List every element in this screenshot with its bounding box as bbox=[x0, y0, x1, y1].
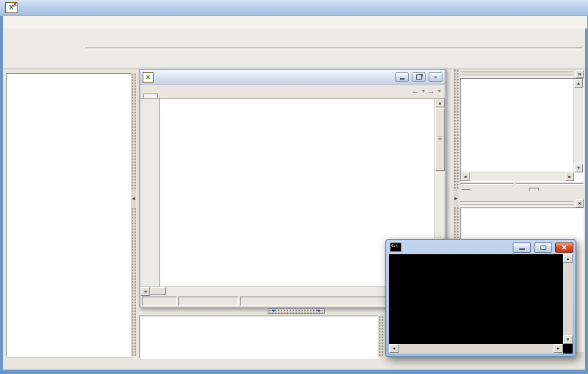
console-scroll-down-icon[interactable]: ▼ bbox=[563, 335, 573, 344]
toolbar-separator bbox=[85, 47, 582, 50]
console-minimize-button[interactable] bbox=[513, 243, 531, 253]
editor-minimize-button[interactable] bbox=[395, 72, 409, 82]
editor-tab-bar: ←▼ →▼ bbox=[140, 85, 445, 99]
toolbar-row-3 bbox=[3, 55, 585, 68]
messages-right-splitter[interactable] bbox=[378, 316, 383, 357]
console-window: ✕ ▲ ▼ ◄ ► bbox=[385, 239, 576, 357]
editor-file-tab[interactable] bbox=[143, 94, 158, 98]
editor-nav-arrows: ←▼ →▼ bbox=[411, 86, 442, 95]
toolbar-row-2 bbox=[3, 42, 585, 55]
editor-vscroll-thumb[interactable] bbox=[435, 108, 445, 171]
data-view-panel[interactable]: ▲ ▼ ◄ ► bbox=[460, 78, 584, 182]
line-number-gutter bbox=[140, 99, 160, 286]
console-maximize-button[interactable] bbox=[534, 243, 552, 253]
status-spacer-cell bbox=[178, 297, 238, 306]
nav-back-dropdown-icon[interactable]: ▼ bbox=[421, 88, 426, 94]
command-output-grab-bar[interactable]: × bbox=[460, 200, 584, 206]
menu-bar bbox=[3, 16, 587, 28]
console-close-button[interactable]: ✕ bbox=[555, 243, 573, 253]
data-view-vscrollbar[interactable]: ▲ ▼ bbox=[573, 79, 583, 172]
scroll-left-icon[interactable]: ◄ bbox=[140, 287, 150, 296]
console-horizontal-scrollbar[interactable]: ◄ ► bbox=[389, 344, 563, 354]
console-output bbox=[391, 262, 562, 343]
data-view-scroll-down-icon[interactable]: ▼ bbox=[574, 164, 583, 172]
messages-panel bbox=[139, 316, 379, 359]
app-icon: X bbox=[5, 2, 18, 13]
splitter-expand-right-icon[interactable]: ► bbox=[453, 190, 459, 207]
tab-object-inspector[interactable] bbox=[461, 187, 470, 190]
console-title-bar[interactable]: ✕ bbox=[386, 240, 576, 254]
data-view-hscrollbar[interactable]: ◄ ► bbox=[461, 172, 574, 181]
splitter-collapse-left-icon[interactable]: ◄ bbox=[131, 190, 136, 207]
data-view-scroll-left-icon[interactable]: ◄ bbox=[461, 172, 470, 181]
time-cell bbox=[460, 183, 514, 185]
project-manager-tree bbox=[6, 73, 132, 357]
editor-hscroll-thumb[interactable] bbox=[150, 287, 166, 295]
data-view-scroll-up-icon[interactable]: ▲ bbox=[574, 79, 583, 88]
caret-position bbox=[142, 297, 177, 306]
editor-title-bar[interactable]: X × bbox=[140, 70, 445, 85]
editor-restore-button[interactable] bbox=[412, 72, 426, 82]
right-dock-tabs bbox=[460, 186, 584, 199]
console-scroll-up-icon[interactable]: ▲ bbox=[563, 254, 573, 263]
data-view-scroll-right-icon[interactable]: ► bbox=[565, 172, 574, 181]
record-cell bbox=[516, 183, 584, 185]
editor-close-button[interactable]: × bbox=[429, 72, 442, 82]
record-status-row bbox=[460, 183, 584, 185]
console-scroll-left-icon[interactable]: ◄ bbox=[389, 344, 399, 353]
console-scroll-right-icon[interactable]: ► bbox=[554, 344, 563, 353]
console-screen[interactable]: ▲ ▼ ◄ ► bbox=[389, 254, 573, 354]
nav-back-icon[interactable]: ← bbox=[411, 86, 419, 95]
console-icon bbox=[390, 243, 402, 252]
nav-forward-icon[interactable]: → bbox=[427, 86, 435, 95]
data-view-grab-bar[interactable]: × bbox=[460, 71, 584, 77]
console-vertical-scrollbar[interactable]: ▲ ▼ bbox=[563, 254, 573, 344]
command-output-close-icon[interactable]: × bbox=[576, 199, 584, 207]
left-splitter[interactable]: ◄ bbox=[131, 73, 136, 356]
toolbar-row-1 bbox=[3, 28, 585, 42]
tab-command-output[interactable] bbox=[529, 188, 539, 191]
scroll-up-icon[interactable]: ▲ bbox=[435, 99, 445, 107]
nav-forward-dropdown-icon[interactable]: ▼ bbox=[437, 88, 442, 94]
data-view-close-icon[interactable]: × bbox=[576, 70, 584, 78]
editor-file-icon: X bbox=[143, 72, 154, 83]
horizontal-dock-splitter[interactable] bbox=[268, 308, 325, 314]
title-bar[interactable]: X bbox=[0, 0, 588, 16]
toolbar-area bbox=[3, 28, 585, 69]
visual-xbase-ide: { "window": { "title": "animals - Visual… bbox=[0, 0, 588, 374]
